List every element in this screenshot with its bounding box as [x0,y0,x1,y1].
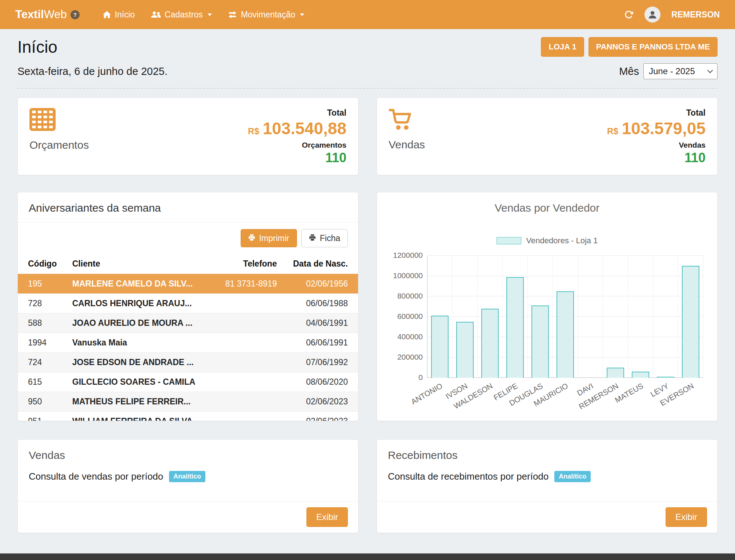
print-button[interactable]: Imprimir [241,229,297,247]
x-axis-label: MATEUS [614,381,645,405]
bar-remerson[interactable] [607,368,624,378]
cell-cliente: JOAO AURELIO DE MOURA ... [72,313,215,333]
count-value: 110 [325,150,346,165]
vendas-card: Vendas Total R$ 103.579,05 Vendas 110 [377,97,718,175]
user-avatar[interactable] [644,7,660,23]
cell-telefone [215,294,280,313]
column-header-codigo: Código [18,254,72,274]
cell-nascimento: 02/06/1956 [280,274,358,294]
cell-telefone [215,333,280,353]
card-name: Orçamentos [29,139,89,151]
printer-icon [309,233,316,243]
cell-cliente: JOSE EDSON DE ANDRADE ... [72,353,215,372]
cell-codigo: 951 [18,412,72,421]
printer-icon [248,233,255,243]
birthdays-table: Código Cliente Telefone Data de Nasc. 19… [18,254,358,421]
table-row[interactable]: 724JOSE EDSON DE ANDRADE ...07/06/1992 [18,353,358,372]
month-select[interactable]: June - 2025 [643,63,718,79]
y-tick-label: 600000 [397,312,423,321]
panel-footer: Exibir [18,501,358,533]
orcamentos-card-left: Orçamentos [29,108,89,165]
total-label: Total [686,108,706,118]
cell-telefone [215,353,280,372]
description-text: Consulta de recebimentos por período [388,471,549,482]
panel-title: Recebimentos [377,440,717,461]
column-header-nascimento: Data de Nasc. [280,254,358,274]
bar-mauricio[interactable] [557,291,574,378]
bar-mateus[interactable] [632,372,650,378]
y-tick-label: 200000 [397,353,423,361]
nav-item-cadastros[interactable]: Cadastros [143,0,220,29]
bar-cell [578,256,603,378]
table-row[interactable]: 615GILCLECIO SOARES - CAMILA08/06/2020 [18,372,358,392]
nav-item-movimentacao[interactable]: Movimentação [220,0,313,29]
cell-codigo: 195 [18,274,72,294]
print-button-label: Imprimir [259,233,289,243]
company-button[interactable]: PANNOS E PANNOS LTDA ME [589,37,718,57]
column-header-cliente: Cliente [72,254,215,274]
bar-douglas[interactable] [531,305,549,378]
cell-cliente: Vanuska Maia [72,333,215,353]
y-tick-label: 800000 [397,292,423,300]
brand-logo[interactable]: TextilWeb ? [15,8,80,21]
chevron-down-icon [300,13,304,16]
chart-legend[interactable]: Vendedores - Loja 1 [388,236,706,245]
bar-everson[interactable] [682,266,700,378]
cell-nascimento: 02/06/2023 [280,412,358,421]
y-tick-label: 1200000 [393,251,423,260]
cell-nascimento: 08/06/2020 [280,372,358,392]
y-tick-label: 400000 [397,332,423,341]
month-select-value: June - 2025 [649,66,695,76]
month-label: Mês [619,65,639,77]
bar-cell [553,256,578,378]
bar-cell [653,256,678,378]
bar-cell [478,256,503,378]
bar-antonio[interactable] [431,316,449,378]
cell-cliente: WILLIAM FERREIRA DA SILVA [72,412,215,421]
chart-bars [427,256,703,378]
bar-ivson[interactable] [456,322,474,378]
help-icon[interactable]: ? [71,10,80,19]
y-tick-label: 1000000 [393,271,423,280]
bar-cell [628,256,653,378]
top-navbar: TextilWeb ? Início Cadastros Movimentaçã… [0,0,735,29]
cell-telefone: 81 3731-8919 [215,274,280,294]
cell-codigo: 728 [18,294,72,313]
panel-title: Vendas [18,440,358,461]
table-row[interactable]: 195MARLENE CAMELO DA SILV...81 3731-8919… [18,274,358,294]
users-icon [151,11,161,18]
description-text: Consulta de vendas por período [29,471,163,482]
cart-icon [389,108,413,132]
cell-codigo: 615 [18,372,72,392]
bar-cell [528,256,553,378]
page-header: Início LOJA 1 PANNOS E PANNOS LTDA ME [17,37,718,57]
cell-telefone [215,392,280,412]
store-button[interactable]: LOJA 1 [541,37,584,57]
birthdays-panel: Aniversariantes da semana Imprimir Ficha [17,192,358,421]
current-date-label: Sexta-feira, 6 de junho de 2025. [17,65,168,77]
count-label: Orçamentos [302,141,346,149]
navbar-right: REMERSON [624,7,720,23]
panel-description: Consulta de vendas por período Analítico [18,461,358,482]
table-row[interactable]: 950MATHEUS FELIPE FERREIR...02/06/2023 [18,392,358,412]
bar-felipe[interactable] [506,277,524,378]
table-row[interactable]: 1994Vanuska Maia06/06/1991 [18,333,358,353]
cell-cliente: MARLENE CAMELO DA SILV... [72,274,215,294]
bar-waldeson[interactable] [481,309,499,378]
table-header-row: Código Cliente Telefone Data de Nasc. [18,254,358,274]
nav-item-inicio[interactable]: Início [95,0,143,29]
exibir-vendas-button[interactable]: Exibir [306,507,348,527]
count-value: 110 [684,150,706,165]
exibir-recebimentos-button[interactable]: Exibir [666,507,707,527]
table-row[interactable]: 728CARLOS HENRIQUE ARAUJ...06/06/1988 [18,294,358,313]
table-row[interactable]: 588JOAO AURELIO DE MOURA ...04/06/1991 [18,313,358,333]
username-label[interactable]: REMERSON [671,10,720,20]
currency-label: R$ [607,126,618,136]
y-tick-label: 0 [418,373,423,382]
cell-telefone [215,313,280,333]
main-nav: Início Cadastros Movimentação [95,0,312,29]
ficha-button[interactable]: Ficha [301,229,348,247]
refresh-icon[interactable] [624,10,634,20]
table-row[interactable]: 951WILLIAM FERREIRA DA SILVA02/06/2023 [18,412,358,421]
legend-label: Vendedores - Loja 1 [526,236,598,245]
